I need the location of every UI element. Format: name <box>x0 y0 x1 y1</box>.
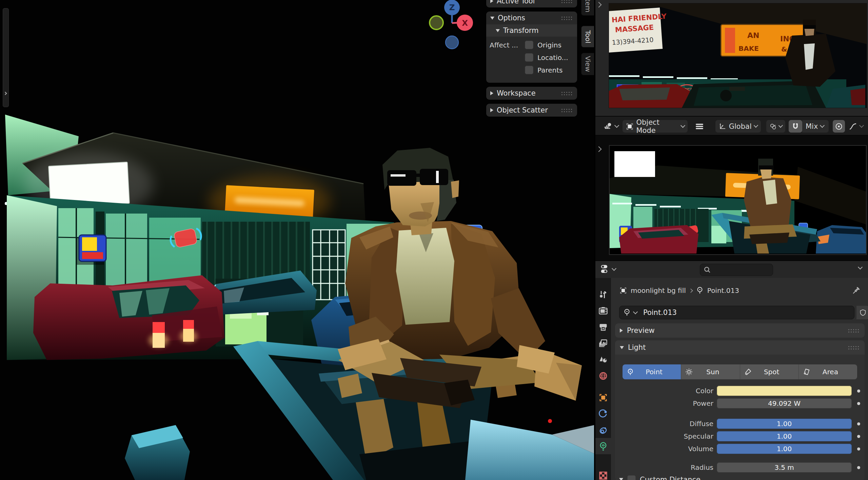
tab-world-properties[interactable] <box>595 368 611 384</box>
tab-scene-properties[interactable] <box>595 352 611 367</box>
animate-dot[interactable] <box>857 466 860 469</box>
locations-checkbox[interactable] <box>525 53 533 62</box>
radius-label: Radius <box>615 463 717 472</box>
animate-dot[interactable] <box>857 389 860 393</box>
light-panel-header[interactable]: Light <box>615 340 865 355</box>
light-color-swatch[interactable] <box>717 386 852 396</box>
preview-panel-header[interactable]: Preview <box>615 323 865 338</box>
tab-tool-properties[interactable] <box>595 287 611 302</box>
tab-output-properties[interactable] <box>595 319 611 335</box>
custom-distance-header[interactable]: Custom Distance <box>619 475 701 480</box>
power-field[interactable]: 49.092 W <box>717 398 852 408</box>
collapsed-arrow-icon <box>490 0 493 3</box>
datablock-name[interactable]: Point.013 <box>643 308 677 317</box>
active-tool-panel[interactable]: Active Tool <box>486 0 577 7</box>
search-icon <box>704 266 711 274</box>
affect-label: Affect ... <box>490 41 525 49</box>
massage-sign: HAI FRIENDLY MASSAGE 13)394-4210 <box>609 7 669 53</box>
specular-slider[interactable]: 1.00 <box>717 431 852 441</box>
properties-header <box>595 261 868 278</box>
expanded-arrow-icon <box>496 29 500 32</box>
tab-light-data-properties[interactable] <box>595 438 611 454</box>
volume-slider[interactable]: 1.00 <box>717 444 852 454</box>
proportional-editing-toggle[interactable] <box>833 120 845 133</box>
tab-texture-properties[interactable] <box>595 468 611 480</box>
viewport-toolbar-collapsed[interactable] <box>3 8 9 107</box>
mode-select[interactable]: Object Mode <box>623 120 688 133</box>
breadcrumb-data-name[interactable]: Point.013 <box>707 286 739 295</box>
panel-grip-icon[interactable] <box>848 345 860 350</box>
panel-grip-icon[interactable] <box>561 0 573 3</box>
tab-tool[interactable]: Tool <box>581 26 594 47</box>
object-scatter-panel[interactable]: Object Scatter <box>486 104 577 117</box>
viewport-menu-button[interactable] <box>692 120 707 133</box>
custom-distance-label: Custom Distance <box>640 476 701 480</box>
animate-dot[interactable] <box>857 435 860 438</box>
light-type-area[interactable]: Area <box>799 364 857 379</box>
pin-icon[interactable] <box>852 286 861 295</box>
gizmo-y-axis[interactable] <box>430 16 443 29</box>
yellow-red-sign[interactable] <box>76 235 106 265</box>
main-3d-viewport[interactable]: Z X Active Tool Options <box>0 0 594 480</box>
animate-dot[interactable] <box>857 422 860 425</box>
datablock-name-field[interactable]: Point.013 <box>619 306 854 319</box>
properties-search[interactable] <box>700 264 773 276</box>
parents-checkbox[interactable] <box>525 66 533 74</box>
transform-orientation-select[interactable]: Global <box>715 120 761 133</box>
red-car[interactable] <box>33 275 224 360</box>
panel-grip-icon[interactable] <box>561 16 573 20</box>
expand-sidebar-icon[interactable] <box>596 146 602 152</box>
radius-field[interactable]: 3.5 m <box>717 462 852 473</box>
workspace-panel[interactable]: Workspace <box>486 87 577 100</box>
orientation-label: Global <box>729 122 752 131</box>
tab-view[interactable]: View <box>581 53 594 75</box>
pivot-point-select[interactable] <box>766 120 785 133</box>
options-panel[interactable]: Options Transform Affect ... Origins <box>486 12 577 83</box>
properties-editor-type-button[interactable] <box>600 264 616 275</box>
expand-sidebar-icon[interactable] <box>596 2 602 8</box>
view-layer-tab-icon <box>598 339 608 348</box>
light-breadcrumb-icon <box>696 286 704 295</box>
light-data-tab-icon <box>598 441 608 451</box>
spot-light-icon <box>744 368 752 376</box>
panel-grip-icon[interactable] <box>561 91 573 96</box>
proportional-falloff-select[interactable] <box>845 120 867 133</box>
origins-checkbox[interactable] <box>525 41 533 49</box>
texture-tab-icon <box>598 471 608 480</box>
light-type-spot[interactable]: Spot <box>740 364 799 379</box>
panel-title: Object Scatter <box>497 106 557 114</box>
chevron-down-icon <box>754 123 758 128</box>
navigation-gizmo[interactable]: Z X <box>427 0 481 51</box>
tab-physics-properties[interactable] <box>595 406 611 422</box>
light-type-sun[interactable]: Sun <box>681 364 740 379</box>
smooth-falloff-icon <box>848 122 857 131</box>
camera-render-viewport[interactable] <box>595 136 868 260</box>
custom-distance-checkbox[interactable] <box>627 475 636 480</box>
panel-title: Options <box>498 14 557 22</box>
tab-constraints-properties[interactable] <box>595 422 611 438</box>
reference-image-editor[interactable]: HAI FRIENDLY MASSAGE 13)394-4210 AN INO'… <box>595 0 868 116</box>
panel-grip-icon[interactable] <box>848 328 860 333</box>
light-type-point[interactable]: Point <box>623 364 681 379</box>
tab-view-layer-properties[interactable] <box>595 336 611 351</box>
animate-dot[interactable] <box>857 402 860 405</box>
transform-subpanel-header[interactable]: Transform <box>486 24 577 37</box>
chevron-down-icon <box>820 123 825 128</box>
chevron-down-icon <box>633 309 638 314</box>
breadcrumb-object-name[interactable]: moonlight bg fill <box>631 286 686 295</box>
animate-dot[interactable] <box>857 447 860 451</box>
fake-user-button[interactable] <box>856 306 868 319</box>
tab-object-properties[interactable] <box>595 390 611 405</box>
editor-type-button[interactable] <box>600 120 622 133</box>
shield-icon <box>859 308 867 317</box>
gizmo-minus-z-axis[interactable] <box>446 36 458 49</box>
snap-target-select[interactable]: Mix <box>802 120 829 133</box>
tab-item[interactable]: Item <box>581 0 594 16</box>
panel-grip-icon[interactable] <box>561 108 573 113</box>
snap-toggle[interactable] <box>789 120 802 133</box>
reference-photo-art: HAI FRIENDLY MASSAGE 13)394-4210 AN INO'… <box>609 3 867 108</box>
tab-render-properties[interactable] <box>595 303 611 319</box>
light-type-label: Point <box>634 368 674 376</box>
filter-dropdown-icon[interactable] <box>858 265 863 269</box>
diffuse-slider[interactable]: 1.00 <box>717 419 852 429</box>
